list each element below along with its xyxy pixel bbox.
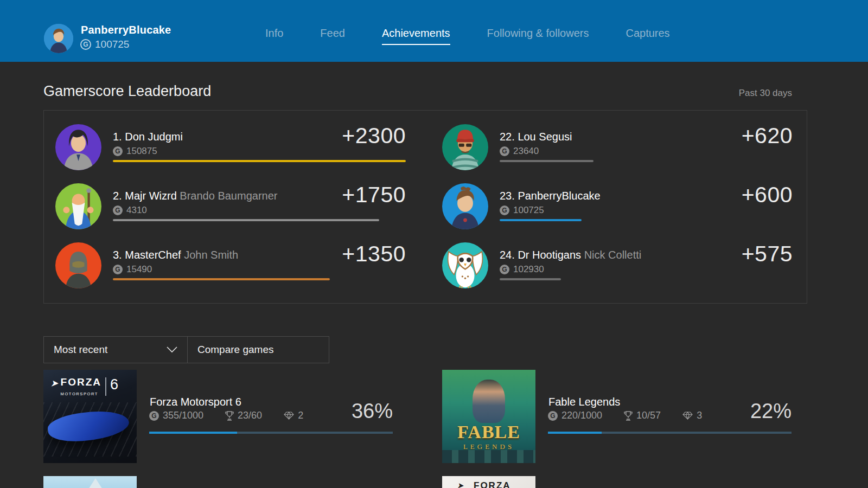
avatar-panberry-icon: [44, 24, 73, 53]
entry-name: 3. MasterChef John Smith: [113, 249, 238, 261]
header-username: PanberryBlucake: [81, 24, 171, 36]
forza-6-boxart[interactable]: ➤ FORZA MOTORSPORT 6: [43, 370, 137, 463]
entry-gain: +2300: [342, 123, 406, 149]
entry-bar-track: [500, 278, 793, 280]
entry-bar: [113, 219, 379, 221]
game-percent: 22%: [750, 400, 792, 423]
game-progress-fill: [149, 432, 237, 434]
entry-name: 22. Lou Segusi: [500, 131, 572, 143]
game-progress-fill: [548, 432, 602, 434]
leaderboard-panel: 1. Don Judgmi G 150875 +2300: [43, 110, 807, 304]
sort-selected-value: Most recent: [54, 344, 107, 356]
avatar-panberry-icon: [442, 183, 488, 229]
entry-bar-track: [113, 278, 406, 280]
leaderboard-title: Gamerscore Leaderboard: [43, 83, 211, 100]
entry-gamerscore: G 15490: [113, 264, 152, 275]
header-gamerscore-value: 100725: [95, 38, 129, 50]
entry-gain: +1750: [342, 182, 406, 208]
gem-icon: [284, 412, 294, 420]
next-game-boxart-left[interactable]: [43, 476, 137, 488]
entry-name: 24. Dr Hootigans Nick Colletti: [500, 249, 641, 261]
game-challenges: 2: [284, 410, 303, 421]
entry-bar: [500, 219, 582, 221]
leaderboard-entry-23[interactable]: 23. PanberryBlucake G 100725 +600: [442, 183, 793, 229]
fable-legends-boxart[interactable]: FABLE LEGENDS: [442, 370, 535, 463]
games-toolbar: Most recent Compare games: [43, 336, 329, 363]
entry-gamerscore: G 100725: [500, 205, 544, 216]
game-gamerscore: G 220/1000: [548, 410, 602, 421]
gamerscore-icon: G: [548, 411, 558, 421]
header-gamerscore: G 100725: [80, 38, 129, 50]
avatar-majr-wizrd: [55, 183, 101, 229]
avatar-masterchef: [55, 242, 101, 288]
next-game-boxart-right[interactable]: ➤ FORZA: [442, 476, 535, 488]
entry-bar-track: [113, 219, 406, 221]
game-progress-track: [149, 432, 393, 434]
gamerscore-icon: G: [80, 39, 91, 50]
game-gamerscore: G 355/1000: [149, 410, 203, 421]
game-stats: G 220/1000 10/57 3: [548, 410, 702, 421]
gem-icon: [682, 412, 693, 420]
entry-bar: [113, 278, 330, 280]
entry-gamerscore: G 23640: [500, 146, 539, 157]
tab-info[interactable]: Info: [265, 27, 283, 45]
fable-hero-art: [473, 380, 505, 423]
leaderboard-entry-2[interactable]: 2. Majr Wizrd Brando Baumgarner G 4310 +…: [55, 183, 406, 229]
leaderboard-period: Past 30 days: [739, 88, 792, 99]
fable-figures-art: [442, 450, 535, 463]
entry-name: 23. PanberryBlucake: [500, 190, 601, 202]
game-stats: G 355/1000 23/60 2: [149, 410, 303, 421]
avatar-owl: [442, 242, 488, 288]
profile-tabs: Info Feed Achievements Following & follo…: [265, 27, 670, 45]
tab-feed[interactable]: Feed: [320, 27, 345, 45]
tab-captures[interactable]: Captures: [626, 27, 669, 45]
forza-apex-logo: FORZA: [474, 480, 511, 488]
gamerscore-icon: G: [500, 146, 509, 156]
game-row-forza-6[interactable]: ➤ FORZA MOTORSPORT 6 Forza Motorsport 6 …: [43, 370, 393, 463]
entry-name: 2. Majr Wizrd Brando Baumgarner: [113, 190, 277, 202]
gamerscore-icon: G: [500, 206, 509, 215]
trophy-icon: [624, 411, 633, 421]
forza-6-logo: ➤ FORZA MOTORSPORT 6: [51, 377, 118, 397]
leaderboard-entry-22[interactable]: 22. Lou Segusi G 23640 +620: [442, 124, 793, 170]
entry-gamerscore: G 150875: [113, 146, 157, 157]
entry-gain: +1350: [342, 241, 406, 267]
gamerscore-icon: G: [149, 411, 159, 421]
leaderboard-entry-24[interactable]: 24. Dr Hootigans Nick Colletti G 102930 …: [442, 242, 793, 288]
game-percent: 36%: [352, 400, 393, 423]
fable-logo: FABLE: [442, 422, 535, 442]
game-row-fable-legends[interactable]: FABLE LEGENDS Fable Legends G 220/1000 1…: [442, 370, 792, 463]
entry-gain: +620: [742, 123, 793, 149]
user-avatar[interactable]: [44, 24, 73, 53]
entry-bar: [500, 160, 593, 162]
entry-bar-track: [500, 219, 793, 221]
tab-achievements[interactable]: Achievements: [382, 27, 450, 45]
profile-header: PanberryBlucake G 100725 Info Feed Achie…: [0, 0, 868, 62]
game-achievements: 10/57: [624, 410, 661, 421]
avatar-lou-segusi: [442, 124, 488, 170]
tab-following-followers[interactable]: Following & followers: [487, 27, 589, 45]
entry-bar: [113, 160, 406, 162]
entry-gamerscore: G 4310: [113, 205, 147, 216]
leaderboard-entry-3[interactable]: 3. MasterChef John Smith G 15490 +1350: [55, 242, 406, 288]
xbox-achievements-page: PanberryBlucake G 100725 Info Feed Achie…: [0, 0, 868, 488]
leaderboard-entry-1[interactable]: 1. Don Judgmi G 150875 +2300: [55, 124, 406, 170]
sort-dropdown[interactable]: Most recent: [43, 336, 188, 363]
entry-gamerscore: G 102930: [500, 264, 544, 275]
mountain-art: [81, 478, 110, 488]
game-challenges: 3: [682, 410, 702, 421]
game-progress-track: [548, 432, 792, 434]
trophy-icon: [225, 411, 234, 421]
entry-bar-track: [500, 160, 793, 162]
game-title: Forza Motorsport 6: [150, 396, 241, 408]
gamerscore-icon: G: [500, 265, 509, 274]
forza-chevron-art: ➤: [457, 481, 463, 488]
entry-bar: [500, 278, 561, 280]
entry-gain: +575: [742, 241, 793, 267]
entry-name: 1. Don Judgmi: [113, 131, 183, 143]
compare-games-button[interactable]: Compare games: [187, 336, 329, 363]
gamerscore-icon: G: [113, 206, 123, 215]
gamerscore-icon: G: [113, 146, 123, 156]
entry-gain: +600: [742, 182, 793, 208]
game-title: Fable Legends: [548, 396, 620, 408]
